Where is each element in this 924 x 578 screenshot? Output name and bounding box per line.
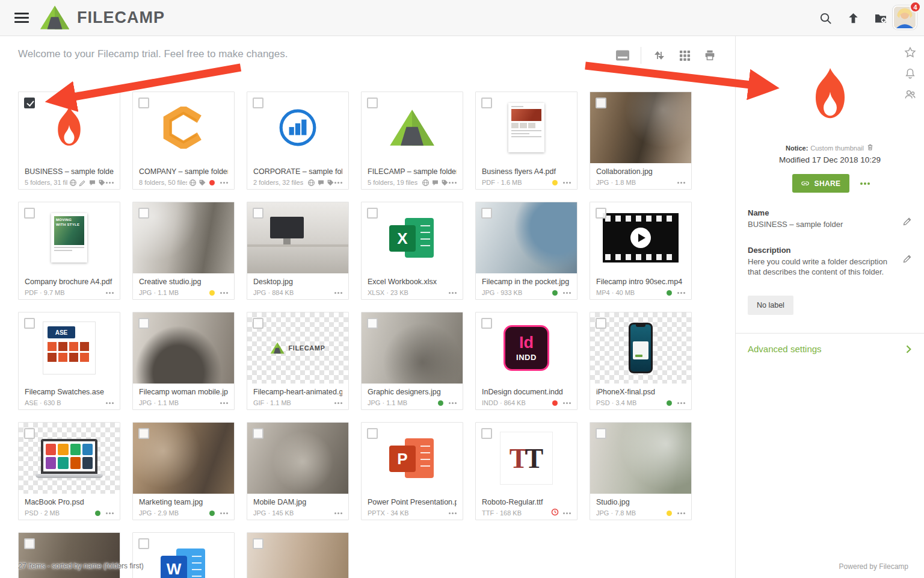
card-more-icon[interactable]	[106, 402, 108, 404]
grid-view-icon[interactable]	[677, 48, 692, 63]
card-checkbox[interactable]	[253, 208, 263, 219]
card-more-icon[interactable]	[563, 182, 565, 184]
card-more-icon[interactable]	[106, 512, 108, 514]
file-card[interactable]: X Excel Workbook.xlsx XLSX · 23 KB	[361, 202, 463, 300]
card-checkbox[interactable]	[138, 208, 149, 219]
share-button[interactable]: SHARE	[792, 174, 849, 193]
card-checkbox[interactable]	[24, 428, 35, 439]
search-icon[interactable]	[818, 11, 833, 25]
card-checkbox[interactable]	[367, 208, 378, 219]
card-checkbox[interactable]	[24, 538, 35, 549]
bell-icon[interactable]	[904, 67, 917, 80]
filecamp-logo[interactable]: FILECAMP	[40, 5, 165, 30]
card-more-icon[interactable]	[220, 182, 222, 184]
file-card[interactable]: Marketing team.jpg JPG · 2.9 MB	[132, 422, 235, 520]
card-checkbox[interactable]	[24, 208, 35, 219]
card-checkbox[interactable]	[24, 98, 35, 108]
card-checkbox[interactable]	[596, 428, 606, 439]
card-more-icon[interactable]	[220, 292, 222, 294]
file-card[interactable]: Mobile DAM.jpg JPG · 145 KB	[247, 422, 349, 520]
file-card[interactable]: Business flyers A4.pdf PDF · 1.6 MB	[475, 92, 578, 190]
file-card[interactable]: IdINDD InDesign document.indd INDD · 864…	[475, 312, 578, 410]
advanced-settings-link[interactable]: Advanced settings	[736, 334, 924, 355]
card-more-icon[interactable]	[449, 402, 451, 404]
file-card[interactable]: ASE Filecamp Swatches.ase ASE · 630 B	[18, 312, 120, 410]
file-card[interactable]: Studio.jpg JPG · 7.8 MB	[590, 422, 692, 520]
file-card[interactable]: Collaboration.jpg JPG · 1.8 MB	[590, 92, 692, 190]
no-label-button[interactable]: No label	[748, 296, 793, 315]
file-card[interactable]: W	[132, 532, 235, 578]
card-more-icon[interactable]	[677, 512, 679, 514]
card-more-icon[interactable]	[449, 512, 451, 514]
card-checkbox[interactable]	[253, 428, 263, 439]
file-card[interactable]: Filecamp woman mobile.jpg JPG · 1.1 MB	[132, 312, 235, 410]
card-more-icon[interactable]	[449, 182, 451, 184]
card-checkbox[interactable]	[138, 98, 149, 108]
file-card[interactable]: Desktop.jpg JPG · 884 KB	[247, 202, 349, 300]
file-card[interactable]: Creative studio.jpg JPG · 1.1 MB	[132, 202, 235, 300]
card-checkbox[interactable]	[481, 318, 492, 329]
file-name: InDesign document.indd	[482, 388, 571, 396]
card-checkbox[interactable]	[253, 538, 263, 549]
file-card[interactable]: iPhoneX-final.psd PSD · 3.4 MB	[590, 312, 692, 410]
file-card[interactable]: FILECAMP Filecamp-heart-animated.gif GIF…	[247, 312, 349, 410]
print-icon[interactable]	[703, 48, 717, 63]
file-browser: Welcome to your Filecamp trial. Feel fre…	[0, 36, 735, 578]
file-card[interactable]: MacBook Pro.psd PSD · 2 MB	[18, 422, 120, 520]
card-checkbox[interactable]	[253, 318, 263, 329]
file-card[interactable]: COMPANY – sample folder 8 folders, 50 fi…	[132, 92, 235, 190]
card-more-icon[interactable]	[677, 402, 679, 404]
edit-name-icon[interactable]	[902, 217, 912, 226]
file-card[interactable]: TT Roboto-Regular.ttf TTF · 168 KB	[475, 422, 578, 520]
card-more-icon[interactable]	[334, 512, 336, 514]
card-more-icon[interactable]	[563, 292, 565, 294]
card-checkbox[interactable]	[596, 318, 606, 329]
file-card[interactable]	[247, 532, 349, 578]
card-checkbox[interactable]	[24, 318, 35, 329]
star-icon[interactable]	[904, 46, 917, 59]
edit-description-icon[interactable]	[902, 254, 912, 264]
trash-icon[interactable]	[866, 143, 874, 152]
card-more-icon[interactable]	[220, 512, 222, 514]
card-more-icon[interactable]	[334, 402, 336, 404]
upload-icon[interactable]	[846, 11, 860, 25]
folder-more-icon[interactable]	[860, 182, 863, 185]
file-card[interactable]: FILECAMP – sample folder 5 folders, 19 f…	[361, 92, 463, 190]
card-more-icon[interactable]	[677, 182, 679, 184]
card-more-icon[interactable]	[334, 292, 336, 294]
card-more-icon[interactable]	[106, 182, 108, 184]
thumbnail-view-icon[interactable]	[615, 48, 630, 63]
card-checkbox[interactable]	[367, 98, 378, 108]
card-more-icon[interactable]	[106, 292, 108, 294]
file-card[interactable]: Filecamp in the pocket.jpg JPG · 933 KB	[475, 202, 578, 300]
file-card[interactable]: Filecamp intro 90sec.mp4 MP4 · 40 MB	[590, 202, 692, 300]
sort-icon[interactable]	[652, 48, 667, 63]
user-avatar[interactable]: 4	[893, 5, 917, 30]
users-icon[interactable]	[904, 88, 917, 101]
card-checkbox[interactable]	[481, 208, 492, 219]
card-checkbox[interactable]	[138, 318, 149, 329]
card-checkbox[interactable]	[481, 428, 492, 439]
file-card[interactable]: P Power Point Presentation.ppt PPTX · 34…	[361, 422, 463, 520]
card-more-icon[interactable]	[334, 182, 336, 184]
file-card[interactable]: Graphic designers.jpg JPG · 1.1 MB	[361, 312, 463, 410]
card-checkbox[interactable]	[367, 318, 378, 329]
card-more-icon[interactable]	[677, 292, 679, 294]
card-checkbox[interactable]	[253, 98, 263, 108]
card-checkbox[interactable]	[481, 98, 492, 108]
card-more-icon[interactable]	[563, 512, 565, 514]
card-checkbox[interactable]	[596, 208, 606, 219]
card-more-icon[interactable]	[449, 292, 451, 294]
card-checkbox[interactable]	[138, 538, 149, 549]
card-checkbox[interactable]	[138, 428, 149, 439]
file-card[interactable]: MOVING WITH STYLE Company brochure A4.pd…	[18, 202, 120, 300]
file-card[interactable]	[18, 532, 120, 578]
file-card[interactable]: BUSINESS – sample folder 5 folders, 31 f…	[18, 92, 120, 190]
card-checkbox[interactable]	[367, 428, 378, 439]
hamburger-menu-icon[interactable]	[14, 13, 29, 23]
card-more-icon[interactable]	[563, 402, 565, 404]
add-folder-icon[interactable]	[873, 11, 888, 25]
card-checkbox[interactable]	[596, 98, 606, 108]
file-card[interactable]: CORPORATE – sample folder 2 folders, 32 …	[247, 92, 349, 190]
card-more-icon[interactable]	[220, 402, 222, 404]
